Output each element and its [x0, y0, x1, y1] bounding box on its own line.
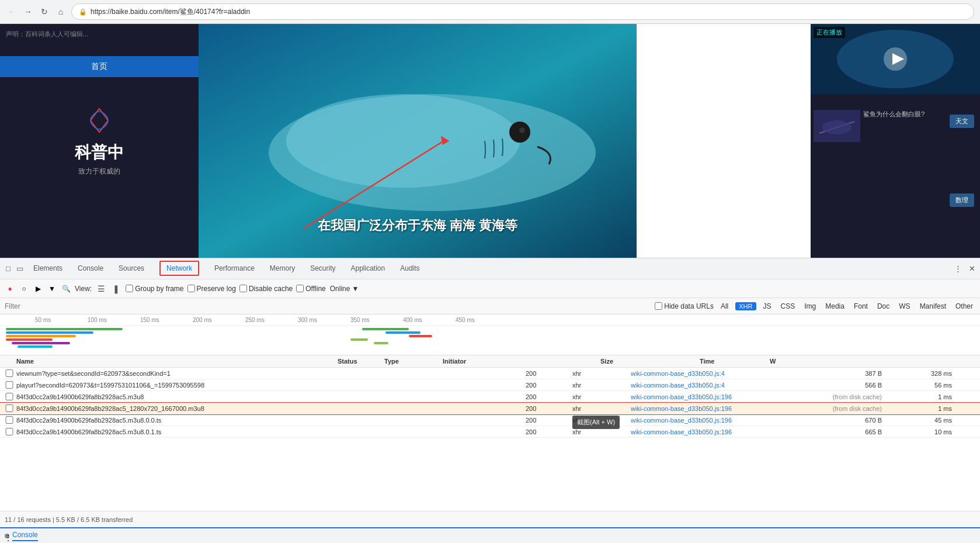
timeline-bar-7 [362, 328, 409, 330]
tick-350ms: 350 ms [350, 317, 370, 323]
left-sub: 致力于权威的 [78, 167, 120, 177]
table-row[interactable]: 84f3d0cc2a9b14900b629fa8b2928ac5.m3u8.0.… [0, 414, 980, 426]
device-icon[interactable]: ▭ [15, 264, 25, 274]
tab-application[interactable]: Application [344, 261, 392, 277]
preserve-log-label: Preserve log [197, 285, 236, 293]
tab-network[interactable]: Network [152, 257, 206, 281]
tab-elements[interactable]: Elements [26, 261, 69, 277]
console-tab-bar: ⋮ Console [0, 527, 980, 543]
video-playing-area: 正在播放 [811, 24, 980, 94]
inspect-icon[interactable]: □ [3, 264, 13, 274]
group-by-frame-label: Group by frame [135, 285, 183, 293]
row-checkbox-6[interactable] [5, 428, 14, 435]
view-waterfall-button[interactable]: ❚ [110, 283, 122, 295]
row-checkbox-4[interactable] [5, 404, 14, 412]
header-status: Status [338, 358, 384, 365]
initiator-link-1[interactable]: wiki-common-base_d33b050.js:4 [631, 370, 725, 377]
tick-450ms: 450 ms [456, 317, 475, 323]
search-button[interactable]: 🔍 [61, 283, 71, 294]
logo-area [76, 106, 123, 137]
table-header: Name Status Type Initiator Size Time W [0, 355, 980, 368]
row-initiator-6: wiki-common-base_d33b050.js:196 [631, 428, 788, 435]
browser-chrome: ← → ↻ ⌂ 🔒 https://baike.baidu.com/item/鲨… [0, 0, 980, 24]
online-dropdown-arrow[interactable]: ▼ [352, 285, 359, 293]
row-type-6: xhr [572, 428, 631, 435]
filter-doc[interactable]: Doc [875, 302, 892, 311]
group-by-frame-group: Group by frame [126, 285, 183, 293]
row-time-3: 1 ms [888, 393, 958, 400]
filter-all[interactable]: All [718, 302, 731, 311]
row-initiator-4: wiki-common-base_d33b050.js:196 [631, 405, 788, 412]
tick-250ms: 250 ms [245, 317, 265, 323]
row-size-4: (from disk cache) [788, 405, 888, 412]
tab-sources[interactable]: Sources [112, 261, 151, 277]
view-list-button[interactable]: ☰ [95, 283, 107, 295]
group-by-frame-checkbox[interactable] [126, 285, 133, 292]
preserve-log-checkbox[interactable] [187, 285, 195, 292]
console-tab[interactable]: Console [12, 531, 38, 541]
timeline-bar-1 [6, 328, 123, 330]
table-row-selected[interactable]: 84f3d0cc2a9b14900b629fa8b2928ac5_1280x72… [0, 403, 980, 414]
camera-button[interactable]: ▶ [33, 283, 43, 294]
screenshot-tooltip: 截图(Alt + W) [572, 416, 620, 429]
timeline-bar-8 [385, 331, 421, 334]
filter-input[interactable] [5, 302, 650, 310]
right-nav-1[interactable]: 天文 [950, 115, 974, 128]
row-checkbox-1[interactable] [5, 369, 14, 377]
initiator-link-5[interactable]: wiki-common-base_d33b050.js:196 [631, 417, 732, 424]
filter-ws[interactable]: WS [896, 302, 912, 311]
initiator-link-3[interactable]: wiki-common-base_d33b050.js:196 [631, 393, 732, 400]
offline-checkbox[interactable] [296, 285, 304, 292]
tab-security[interactable]: Security [303, 261, 342, 277]
header-checkbox-col [5, 358, 14, 365]
timeline-bar-11 [374, 342, 388, 344]
filter-js[interactable]: JS [761, 302, 774, 311]
refresh-button[interactable]: ↻ [39, 6, 50, 18]
tick-50ms: 50 ms [35, 317, 51, 323]
row-initiator-3: wiki-common-base_d33b050.js:196 [631, 393, 788, 400]
row-time-6: 10 ms [888, 428, 958, 435]
console-drag-handle[interactable]: ⋮ [5, 534, 9, 538]
table-row[interactable]: playurl?secondId=620973&t=1599753101106&… [0, 379, 980, 391]
row-checkbox-5[interactable] [5, 416, 14, 424]
filter-xhr[interactable]: XHR [735, 302, 756, 310]
preserve-log-group: Preserve log [187, 285, 236, 293]
row-checkbox-3[interactable] [5, 393, 14, 400]
initiator-link-2[interactable]: wiki-common-base_d33b050.js:4 [631, 382, 725, 389]
left-title: 科普中 [75, 141, 124, 164]
table-row[interactable]: 84f3d0cc2a9b14900b629fa8b2928ac5.m3u8.0.… [0, 426, 980, 438]
filter-css[interactable]: CSS [779, 302, 798, 311]
tab-memory[interactable]: Memory [263, 261, 302, 277]
filter-img[interactable]: Img [802, 302, 818, 311]
clear-button[interactable]: ○ [19, 283, 29, 294]
header-size: Size [600, 358, 700, 365]
initiator-link-6[interactable]: wiki-common-base_d33b050.js:196 [631, 428, 732, 435]
tick-100ms: 100 ms [88, 317, 107, 323]
forward-button[interactable]: → [22, 6, 34, 18]
hide-data-urls-checkbox[interactable] [655, 302, 662, 310]
home-button[interactable]: ⌂ [55, 6, 67, 18]
back-button[interactable]: ← [6, 6, 18, 18]
table-row[interactable]: viewnum?type=set&secondId=620973&secondK… [0, 368, 980, 379]
tab-console[interactable]: Console [71, 261, 110, 277]
address-bar[interactable]: 🔒 https://baike.baidu.com/item/鲨鱼/40174?… [71, 4, 974, 20]
filter-manifest[interactable]: Manifest [918, 302, 948, 311]
disable-cache-checkbox[interactable] [239, 285, 247, 292]
row-checkbox-2[interactable] [5, 381, 14, 389]
filter-button[interactable]: ▼ [47, 283, 57, 294]
svg-point-16 [822, 120, 852, 134]
tab-performance[interactable]: Performance [207, 261, 262, 277]
filter-media[interactable]: Media [823, 302, 847, 311]
close-devtools-icon[interactable]: ✕ [967, 264, 977, 274]
filter-font[interactable]: Font [852, 302, 870, 311]
timeline-bar-3 [6, 335, 76, 337]
right-nav-2[interactable]: 数理 [950, 193, 974, 207]
more-tools-icon[interactable]: ⋮ [953, 264, 963, 274]
tab-audits[interactable]: Audits [393, 261, 426, 277]
row-status-1: 200 [526, 370, 572, 377]
table-row[interactable]: 84f3d0cc2a9b14900b629fa8b2928ac5.m3u8 20… [0, 391, 980, 403]
record-button[interactable]: ● [5, 283, 15, 294]
online-dropdown[interactable]: Online [330, 285, 350, 293]
filter-other[interactable]: Other [953, 302, 975, 311]
initiator-link-4[interactable]: wiki-common-base_d33b050.js:196 [631, 405, 732, 412]
